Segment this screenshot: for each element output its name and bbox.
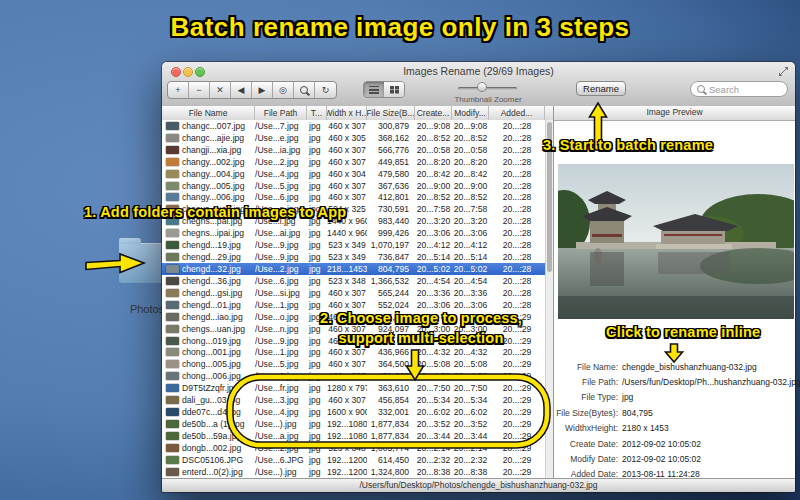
thumbnail-zoomer-track[interactable]: [458, 87, 517, 90]
magnifier-icon: [300, 86, 308, 94]
table-row[interactable]: dongb...002.jpg/Use...2.jpgjpg523 x 3481…: [162, 442, 545, 454]
cell-size: 565,244: [367, 288, 415, 298]
cell-path: /Use...e.jpg: [255, 133, 307, 143]
file-thumbnail: [166, 241, 179, 249]
cell-size: 736,847: [367, 252, 415, 262]
table-row[interactable]: chengd...19.jpg/Use...9.jpgjpg523 x 3491…: [162, 239, 545, 251]
column-create[interactable]: Create...: [415, 106, 452, 120]
cell-added: 20...:28: [489, 252, 545, 262]
table-row[interactable]: changy...002.jpg/Use...2.jpgjpg460 x 307…: [162, 156, 545, 168]
rename-button[interactable]: Rename: [576, 81, 626, 96]
column-file-path[interactable]: File Path: [255, 106, 307, 120]
table-row[interactable]: changc...007.jpg/Use...7.jpgjpg460 x 307…: [162, 120, 545, 132]
cell-dim: 523 x 348: [327, 276, 367, 286]
table-row[interactable]: D9T5tZzqfr.jpg/Use...fr.jpgjpg1280 x 797…: [162, 382, 545, 394]
thumbnail-zoomer-knob[interactable]: [477, 82, 487, 92]
field-value[interactable]: chengde_bishushanzhuang-032.jpg: [622, 362, 757, 372]
delete-button[interactable]: ✕: [210, 82, 231, 98]
table-row[interactable]: chong...006.jpg/Use...6.jpgjpg460 x 3074…: [162, 370, 545, 382]
grid-view-button[interactable]: [384, 82, 404, 97]
table-row[interactable]: DSC05106.JPG/Use...6.JPGjpg192...1200614…: [162, 454, 545, 466]
column-added[interactable]: Added...: [489, 106, 545, 120]
cell-added: 20...:29: [489, 431, 545, 441]
cell-path: /Use...6.jpg: [255, 276, 307, 286]
cell-type: jpg: [307, 240, 327, 250]
field-label: File Type:: [554, 392, 618, 402]
next-button[interactable]: ▶: [252, 82, 273, 98]
cell-name: D9T5tZzqfr.jpg: [182, 383, 255, 393]
column-file-name[interactable]: File Name: [162, 106, 255, 120]
search-input[interactable]: Search: [690, 81, 788, 97]
table-row[interactable]: chengd...gsi.jpg/Use...si.jpgjpg460 x 30…: [162, 287, 545, 299]
field-value[interactable]: 2012-09-02 10:05:02: [622, 454, 701, 464]
cell-modify: 20...3:36: [452, 288, 489, 298]
cell-added: 20...:28: [489, 204, 545, 214]
cell-create: 20...7:50: [415, 383, 452, 393]
cell-modify: 20...3:52: [452, 419, 489, 429]
file-thumbnail: [166, 122, 179, 130]
cell-added: 20...:29: [489, 455, 545, 465]
cell-create: 20...8:20: [415, 157, 452, 167]
table-row[interactable]: changy...006.jpg/Use...6.jpgjpg460 x 307…: [162, 192, 545, 204]
column-modify[interactable]: Modify...: [452, 106, 489, 120]
table-row[interactable]: dali_gu...03.jpg/Use...3.jpgjpg460 x 307…: [162, 394, 545, 406]
field-value[interactable]: 804,795: [622, 408, 653, 418]
search-icon: [697, 85, 705, 93]
refresh-button[interactable]: ↻: [315, 82, 336, 98]
cell-name: chengd...32.jpg: [182, 264, 255, 274]
preview-field-row: File Size(Bytes):804,795: [554, 405, 796, 420]
cell-name: chong...006.jpg: [182, 371, 255, 381]
field-value[interactable]: 2180 x 1453: [622, 423, 669, 433]
list-view-button[interactable]: [364, 82, 384, 97]
add-button[interactable]: +: [168, 82, 189, 98]
column-type[interactable]: T...: [307, 106, 327, 120]
table-row[interactable]: chong...001.jpg/Use...1.jpgjpg460 x 3074…: [162, 347, 545, 359]
cell-size: 1,070,197: [367, 240, 415, 250]
cell-type: jpg: [307, 395, 327, 405]
table-row[interactable]: chong...005.jpg/Use...5.jpgjpg460 x 3073…: [162, 358, 545, 370]
table-row[interactable]: changc...ajie.jpg/Use...e.jpgjpg460 x 30…: [162, 132, 545, 144]
table-row[interactable]: enterd...0(2).jpg/Use...).jpgjpg192...12…: [162, 466, 545, 478]
column-width-height[interactable]: Width x H...: [327, 106, 367, 120]
cell-create: 20...5:34: [415, 395, 452, 405]
cell-added: 20...:28: [489, 157, 545, 167]
table-row[interactable]: chengd...29.jpg/Use...9.jpgjpg523 x 3497…: [162, 251, 545, 263]
fullscreen-icon[interactable]: [778, 66, 789, 77]
table-row[interactable]: dde07c...d4.jpg/Use...4.jpgjpg1600 x 900…: [162, 406, 545, 418]
cell-name: chengd...iao.jpg: [182, 312, 255, 322]
table-row[interactable]: changy...004.jpg/Use...4.jpgjpg460 x 304…: [162, 168, 545, 180]
cell-modify: 20...4:52: [452, 371, 489, 381]
cell-dim: 460 x 307: [327, 371, 367, 381]
field-value[interactable]: 2012-09-02 10:05:02: [622, 439, 701, 449]
file-thumbnail: [166, 182, 179, 190]
table-row[interactable]: chegns...ipai.jpg/Use...ai.jpgjpg1440 x …: [162, 227, 545, 239]
remove-button[interactable]: −: [189, 82, 210, 98]
search-button[interactable]: [294, 82, 315, 98]
cell-type: jpg: [307, 276, 327, 286]
table-row[interactable]: de50b...a (1).jpg/Use...).jpgjpg192...10…: [162, 418, 545, 430]
cell-size: 1,324,800: [367, 467, 415, 477]
table-row[interactable]: chengd...32.jpg/Use...2.jpgjpg218...1453…: [162, 263, 545, 275]
cell-name: changc...ajie.jpg: [182, 133, 255, 143]
file-thumbnail: [166, 313, 179, 321]
field-value[interactable]: /Users/fun/Desktop/Ph...hushanzhuang-032…: [622, 377, 800, 387]
cell-path: /Use...6.jpg: [255, 371, 307, 381]
table-row[interactable]: chengd...36.jpg/Use...6.jpgjpg523 x 3481…: [162, 275, 545, 287]
table-row[interactable]: changji...xia.jpg/Use...ia.jpgjpg460 x 3…: [162, 144, 545, 156]
cell-modify: 20...5:08: [452, 359, 489, 369]
preview-button[interactable]: ◎: [273, 82, 294, 98]
field-value[interactable]: jpg: [622, 392, 633, 402]
table-row[interactable]: de50b...59a.jpg/Use...a.jpgjpg192...1080…: [162, 430, 545, 442]
previous-button[interactable]: ◀: [231, 82, 252, 98]
file-thumbnail: [166, 408, 179, 416]
column-file-size[interactable]: File Size(B...: [367, 106, 415, 120]
cell-size: 412,801: [367, 192, 415, 202]
cell-dim: 460 x 307: [327, 181, 367, 191]
cell-modify: 20...7:58: [452, 204, 489, 214]
table-row[interactable]: changy...005.jpg/Use...5.jpgjpg460 x 307…: [162, 180, 545, 192]
step2-line1: 2. Choose image to process,: [288, 309, 554, 329]
step1-annotation: 1. Add folders contain images to App: [84, 204, 346, 220]
preview-field-row: Modify Date:2012-09-02 10:05:02: [554, 451, 796, 466]
cell-path: /Use...3.jpg: [255, 395, 307, 405]
table-scrollbar[interactable]: [545, 120, 553, 478]
